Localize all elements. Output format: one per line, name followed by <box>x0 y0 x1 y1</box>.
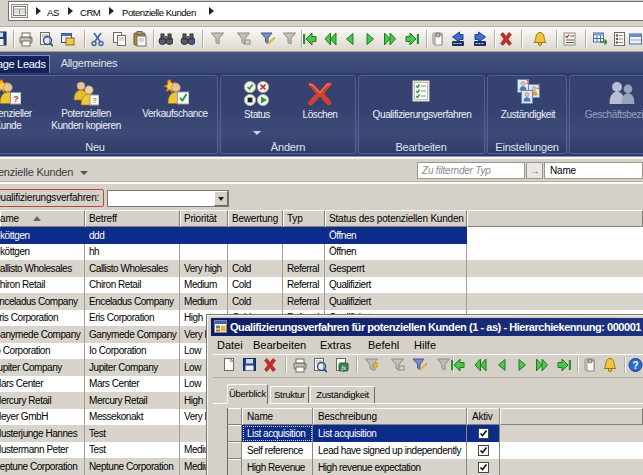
svg-text:2: 2 <box>537 84 541 90</box>
svg-text:?: ? <box>92 96 97 105</box>
svg-text:?: ? <box>13 94 18 104</box>
svg-text:?: ? <box>633 360 639 371</box>
